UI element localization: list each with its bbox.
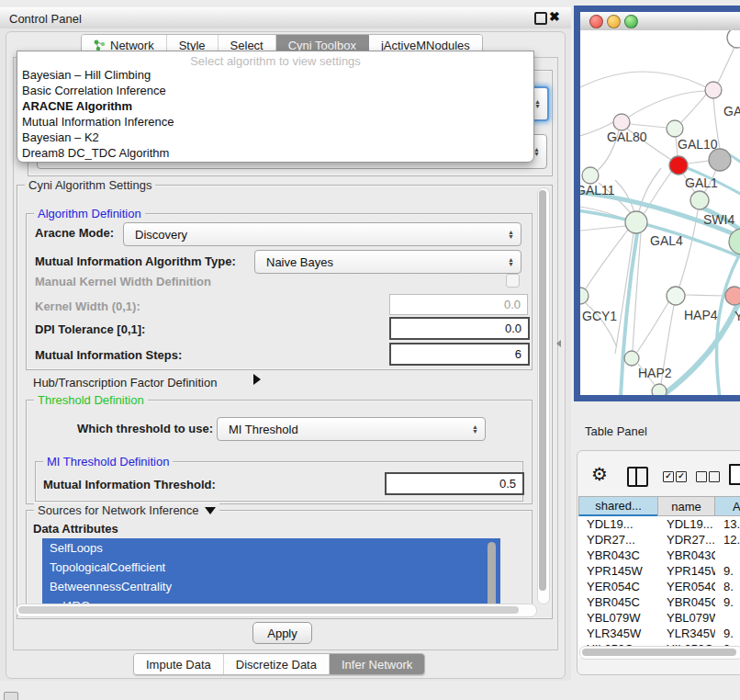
table-cell[interactable]: YBL079W xyxy=(658,610,715,626)
dpi-tolerance-label: DPI Tolerance [0,1]: xyxy=(35,322,145,336)
table-hscrollbar-thumb[interactable] xyxy=(582,649,736,656)
dropdown-item[interactable]: Mutual Information Inference xyxy=(17,114,533,130)
settings-hscrollbar[interactable] xyxy=(16,604,537,617)
table-cell[interactable]: YER054C xyxy=(578,579,658,594)
table-cell[interactable]: 9. xyxy=(715,594,740,610)
kernel-width-field[interactable]: 0.0 xyxy=(389,294,528,315)
node-label: HAP2 xyxy=(638,366,672,380)
manual-kernel-checkbox[interactable] xyxy=(506,274,520,288)
table-cell[interactable]: YDL19... xyxy=(578,516,658,532)
splitter-collapse-icon[interactable] xyxy=(556,340,561,347)
tab-discretize-data[interactable]: Discretize Data xyxy=(224,654,330,674)
table-cell[interactable]: 9. xyxy=(715,563,740,579)
stepper-icon: ▲▼ xyxy=(472,424,478,434)
table-cell[interactable] xyxy=(715,610,740,626)
table-cell[interactable]: YBL079W xyxy=(578,610,658,626)
unchecked-checkbox-icon[interactable] xyxy=(696,471,707,482)
column-header-shared[interactable]: shared... xyxy=(578,496,658,516)
node-gray[interactable] xyxy=(709,149,731,171)
list-vscrollbar-thumb[interactable] xyxy=(488,542,496,610)
network-icon xyxy=(94,40,106,51)
settings-vscrollbar[interactable] xyxy=(537,187,550,604)
stepper-icon: ▲▼ xyxy=(534,99,541,108)
node[interactable] xyxy=(727,30,740,48)
table-cell[interactable]: YDR27... xyxy=(658,532,715,548)
collapse-down-icon[interactable] xyxy=(205,507,216,514)
mi-type-label: Mutual Information Algorithm Type: xyxy=(35,254,236,268)
checked-checkbox-icon[interactable]: ✓ xyxy=(676,471,687,482)
table-cell[interactable]: YBR045C xyxy=(578,594,658,610)
tab-infer-network[interactable]: Infer Network xyxy=(330,654,424,674)
node-gcy1[interactable] xyxy=(580,288,589,304)
table-cell[interactable]: YPR145W xyxy=(578,563,658,579)
node-gal10[interactable] xyxy=(667,120,683,137)
table-cell[interactable]: 9. xyxy=(715,626,740,641)
node-salmon[interactable] xyxy=(725,287,740,305)
list-item-selected[interactable]: BetweennessCentrality xyxy=(42,577,500,596)
table-cell[interactable]: YLR345W xyxy=(658,626,715,641)
split-columns-icon[interactable] xyxy=(627,467,648,487)
mi-threshold-definition-title: MI Threshold Definition xyxy=(43,455,173,469)
column-header-name[interactable]: name xyxy=(657,496,715,516)
bottom-left-partial-icon[interactable] xyxy=(4,692,18,700)
manual-kernel-label: Manual Kernel Width Definition xyxy=(35,275,211,288)
node[interactable] xyxy=(705,82,722,98)
node-gal11[interactable] xyxy=(582,167,599,184)
table-cell[interactable]: 13. xyxy=(715,516,740,532)
table-cell[interactable] xyxy=(715,548,740,563)
stepper-icon: ▲▼ xyxy=(508,230,514,239)
dropdown-item[interactable]: Dream8 DC_TDC Algorithm xyxy=(17,145,533,161)
expand-right-icon[interactable] xyxy=(253,374,261,385)
node-hap4[interactable] xyxy=(667,287,685,305)
apply-button[interactable]: Apply xyxy=(252,622,312,644)
network-window-titlebar[interactable] xyxy=(580,12,740,31)
close-icon[interactable]: ✖ xyxy=(549,9,560,24)
aracne-mode-label: Aracne Mode: xyxy=(35,226,114,240)
node-hap2[interactable] xyxy=(624,351,639,366)
table-cell[interactable]: YBR043C xyxy=(658,548,715,563)
aracne-mode-combobox[interactable]: Discovery ▲▼ xyxy=(123,222,521,246)
dpi-tolerance-field[interactable]: 0.0 xyxy=(389,317,530,340)
table-cell[interactable]: 12. xyxy=(715,532,740,548)
table-cell[interactable]: YBR045C xyxy=(658,594,715,610)
network-canvas[interactable]: GAL GAL80 GAL10 GAL1 GAL11 SWI4 GAL4 GCY… xyxy=(580,30,740,395)
table-hscrollbar[interactable] xyxy=(579,646,740,660)
mi-type-combobox[interactable]: Naive Bayes ▲▼ xyxy=(254,250,521,274)
table-cell[interactable]: YBR043C xyxy=(578,548,658,563)
dropdown-item-aracne[interactable]: ARACNE Algorithm xyxy=(17,98,533,114)
node-gal4[interactable] xyxy=(625,211,647,233)
which-threshold-combobox[interactable]: MI Threshold ▲▼ xyxy=(217,417,486,441)
mi-steps-field[interactable]: 6 xyxy=(389,343,530,366)
settings-hscrollbar-thumb[interactable] xyxy=(18,606,519,614)
table-cell[interactable]: YPR145W xyxy=(658,563,715,579)
mac-zoom-button[interactable] xyxy=(624,15,638,28)
node-label: HAP4 xyxy=(684,308,718,322)
settings-vscrollbar-thumb[interactable] xyxy=(539,190,546,591)
table-cell[interactable]: 8. xyxy=(715,579,740,594)
table-cell[interactable]: YDR27... xyxy=(578,532,658,548)
mi-threshold-label: Mutual Information Threshold: xyxy=(43,478,216,491)
table-cell[interactable]: YLR345W xyxy=(578,626,658,641)
float-window-icon[interactable] xyxy=(534,12,547,25)
dropdown-item[interactable]: Bayesian – K2 xyxy=(17,130,533,145)
table-cell[interactable]: YER054C xyxy=(658,579,715,594)
dropdown-item[interactable]: Basic Correlation Inference xyxy=(17,83,533,98)
table-panel-titlebar: Table Panel xyxy=(574,416,740,446)
tab-impute-data[interactable]: Impute Data xyxy=(134,654,224,674)
mac-close-button[interactable] xyxy=(589,15,603,28)
node-gal1[interactable] xyxy=(690,191,709,209)
mi-threshold-field[interactable]: 0.5 xyxy=(385,472,524,495)
node-selected-red[interactable] xyxy=(669,156,688,175)
unchecked-checkbox-icon[interactable] xyxy=(709,471,720,482)
dropdown-item[interactable]: Bayesian – Hill Climbing xyxy=(17,67,533,83)
list-item-selected[interactable]: TopologicalCoefficient xyxy=(42,558,500,577)
node[interactable] xyxy=(652,384,667,395)
list-item-selected[interactable]: SelfLoops xyxy=(42,538,500,558)
document-icon[interactable] xyxy=(729,464,740,485)
column-header-extra[interactable]: A xyxy=(714,496,740,516)
node-gal80[interactable] xyxy=(613,114,630,130)
table-cell[interactable]: YDL19... xyxy=(658,516,715,532)
checked-checkbox-icon[interactable]: ✓ xyxy=(663,471,674,482)
mac-minimize-button[interactable] xyxy=(607,15,621,28)
gear-icon[interactable]: ⚙ xyxy=(591,465,608,483)
